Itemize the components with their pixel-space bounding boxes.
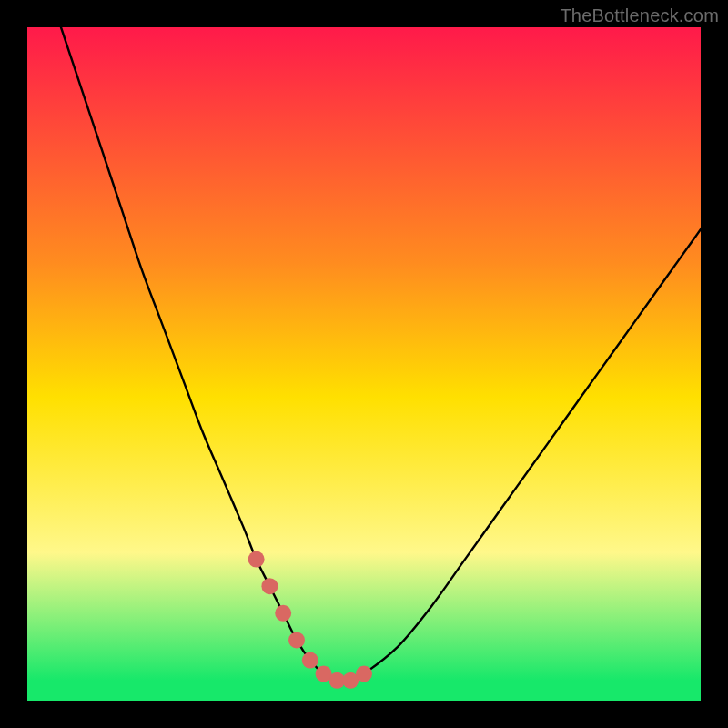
gradient-background (27, 27, 701, 701)
bottleneck-chart (27, 27, 701, 701)
marker-dot (288, 632, 305, 648)
watermark-text: TheBottleneck.com (560, 5, 719, 26)
marker-dot (248, 551, 265, 568)
marker-dot (356, 665, 372, 682)
marker-dot (261, 578, 278, 594)
chart-frame (27, 27, 701, 701)
marker-dot (275, 605, 291, 622)
marker-dot (302, 652, 318, 669)
